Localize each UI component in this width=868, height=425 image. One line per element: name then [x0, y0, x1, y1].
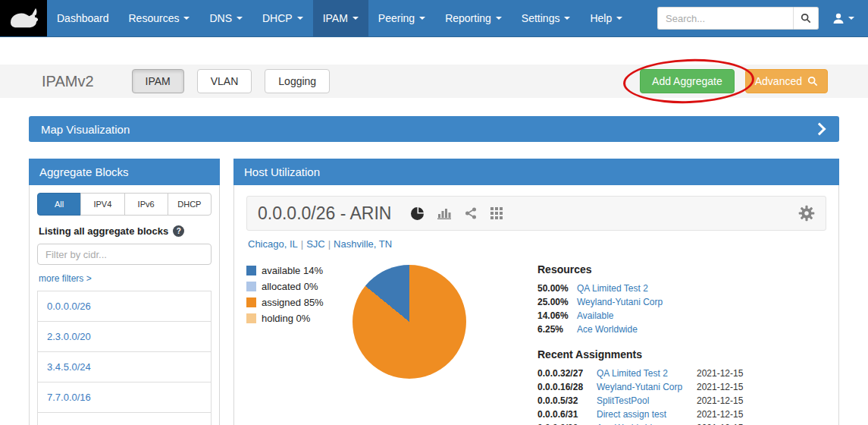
caret-down-icon — [419, 17, 425, 23]
resource-row: 6.25%Ace Worldwide — [537, 324, 750, 335]
nav-label: Reporting — [445, 12, 491, 24]
main-content: Aggregate Blocks All IPV4 IPv6 DHCP List… — [29, 159, 839, 425]
nav-item-help[interactable]: Help — [580, 0, 632, 36]
top-navbar: Dashboard Resources DNS DHCP IPAM Peerin… — [0, 0, 868, 37]
nav-item-resources[interactable]: Resources — [119, 0, 200, 36]
advanced-label: Advanced — [755, 75, 802, 87]
user-menu[interactable] — [826, 12, 860, 24]
list-item[interactable]: 3.4.5.0/24 — [38, 352, 211, 382]
filter-tab-ipv4[interactable]: IPV4 — [80, 193, 124, 216]
chevron-right-icon — [813, 123, 826, 136]
navbar-right — [657, 0, 868, 36]
resources-heading: Resources — [537, 263, 750, 275]
resource-link[interactable]: QA Limited Test 2 — [577, 283, 648, 294]
resource-link[interactable]: Available — [577, 310, 613, 321]
pie-chart-icon[interactable] — [411, 207, 424, 220]
list-item[interactable]: 0.0.0.0/26 — [38, 291, 211, 322]
location-link-nashville[interactable]: Nashville, TN — [334, 238, 392, 250]
nav-label: Peering — [378, 12, 415, 24]
search-icon — [801, 13, 811, 24]
utilization-pie — [353, 265, 466, 379]
caret-down-icon — [616, 17, 622, 23]
assignment-row: 0.0.0.16/28Weyland-Yutani Corp2021-12-15 — [537, 382, 750, 392]
tab-logging[interactable]: Logging — [265, 69, 330, 93]
search-group — [657, 7, 819, 30]
block-filter-tabs: All IPV4 IPv6 DHCP — [37, 193, 212, 216]
listing-label-row: Listing all aggregate blocks ? — [39, 225, 210, 237]
assignment-link[interactable]: QA Limited Test 2 — [597, 368, 697, 379]
host-utilization-body: 0.0.0.0/26 - ARIN — [233, 185, 839, 425]
more-filters-link[interactable]: more filters > — [39, 273, 92, 284]
help-icon[interactable]: ? — [173, 225, 184, 237]
assignment-link[interactable]: SplitTestPool — [597, 395, 697, 406]
location-link-sjc[interactable]: SJC — [306, 238, 325, 250]
caret-down-icon — [496, 17, 502, 23]
assignment-link[interactable]: Weyland-Yutani Corp — [597, 382, 697, 392]
caret-down-icon — [183, 17, 190, 23]
assignment-row: 0.0.0.6/31Direct assign test2021-12-15 — [537, 409, 750, 420]
view-toggle-icons — [411, 207, 503, 220]
search-input[interactable] — [657, 7, 793, 30]
advanced-button[interactable]: Advanced — [745, 69, 828, 93]
nav-label: DNS — [209, 12, 232, 24]
location-link-chicago[interactable]: Chicago, IL — [248, 238, 298, 250]
location-links: Chicago, IL|SJC|Nashville, TN — [248, 238, 825, 250]
legend-label: assigned 85% — [262, 297, 324, 308]
caret-down-icon — [564, 17, 570, 23]
add-aggregate-button[interactable]: Add Aggregate — [640, 69, 735, 93]
filter-tab-all[interactable]: All — [37, 193, 81, 216]
utilization-content: available 14% allocated 0% assigned 85% … — [246, 254, 826, 425]
nav-label: DHCP — [262, 12, 293, 24]
search-button[interactable] — [793, 7, 819, 30]
separator: | — [325, 238, 334, 250]
filter-tab-ipv6[interactable]: IPv6 — [124, 193, 168, 216]
nav-menu: Dashboard Resources DNS DHCP IPAM Peerin… — [47, 0, 632, 36]
nav-label: IPAM — [323, 12, 348, 24]
aggregate-blocks-panel: Aggregate Blocks All IPV4 IPv6 DHCP List… — [29, 159, 220, 425]
nav-item-reporting[interactable]: Reporting — [435, 0, 512, 36]
map-visualization-title: Map Visualization — [41, 123, 130, 136]
caret-down-icon — [237, 17, 243, 23]
legend-label: holding 0% — [262, 313, 310, 324]
host-utilization-header: Host Utilization — [233, 159, 839, 185]
legend-swatch-assigned — [246, 298, 256, 307]
host-utilization-panel: Host Utilization 0.0.0.0/26 - ARIN — [233, 159, 839, 425]
rhino-logo[interactable] — [0, 0, 47, 36]
aggregate-block-list: 0.0.0.0/26 2.3.0.0/20 3.4.5.0/24 7.7.0.0… — [37, 291, 212, 425]
add-aggregate-annotation-wrap: Add Aggregate — [640, 69, 735, 93]
listing-label: Listing all aggregate blocks — [39, 225, 168, 237]
list-item[interactable]: 2.3.0.0/20 — [38, 322, 211, 352]
nav-item-ipam[interactable]: IPAM — [313, 0, 368, 36]
separator: | — [298, 238, 306, 250]
assignment-date: 2021-12-15 — [697, 368, 750, 379]
filter-tab-dhcp[interactable]: DHCP — [168, 193, 212, 216]
share-icon[interactable] — [465, 207, 477, 219]
tab-ipam[interactable]: IPAM — [132, 69, 184, 93]
resource-row: 50.00%QA Limited Test 2 — [537, 283, 750, 294]
grid-icon[interactable] — [490, 207, 503, 219]
caret-down-icon — [353, 17, 359, 23]
recent-assignments-heading: Recent Assignments — [537, 348, 750, 360]
cidr-filter-input[interactable] — [37, 244, 212, 265]
list-item[interactable] — [38, 413, 211, 425]
legend-item-holding: holding 0% — [246, 313, 345, 324]
page-title: IPAMv2 — [42, 73, 94, 90]
resource-link[interactable]: Ace Worldwide — [577, 324, 638, 335]
nav-item-dashboard[interactable]: Dashboard — [47, 0, 119, 36]
nav-item-settings[interactable]: Settings — [512, 0, 581, 36]
nav-item-dhcp[interactable]: DHCP — [252, 0, 313, 36]
nav-label: Help — [590, 12, 612, 24]
map-visualization-bar[interactable]: Map Visualization — [29, 116, 839, 142]
resource-pct: 14.06% — [537, 310, 577, 321]
resource-link[interactable]: Weyland-Yutani Corp — [577, 297, 663, 307]
gear-icon[interactable] — [798, 205, 815, 222]
nav-item-dns[interactable]: DNS — [199, 0, 252, 36]
tab-vlan[interactable]: VLAN — [197, 69, 252, 93]
resource-row: 14.06%Available — [537, 310, 750, 321]
list-item[interactable]: 7.7.0.0/16 — [38, 382, 211, 413]
assignment-link[interactable]: Direct assign test — [597, 409, 697, 420]
legend-swatch-allocated — [246, 282, 256, 291]
bar-chart-icon[interactable] — [437, 207, 451, 219]
nav-item-peering[interactable]: Peering — [368, 0, 435, 36]
utilization-subheader: 0.0.0.0/26 - ARIN — [246, 196, 826, 231]
